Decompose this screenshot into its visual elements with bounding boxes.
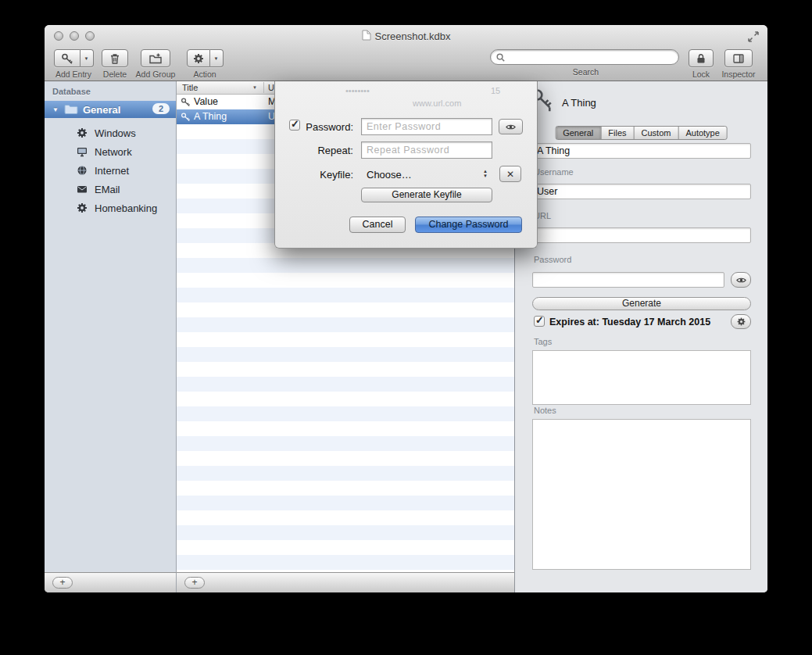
inspector-toggle-button[interactable] [724,49,753,67]
cancel-button[interactable]: Cancel [349,217,406,233]
toolbar-item-lock: Lock [685,49,717,79]
folder-icon [64,104,78,115]
expires-checkbox[interactable]: ✓ [534,316,545,327]
obscured-modified-date: 15 [491,86,500,95]
obscured-password-dots: •••••••• [345,86,370,95]
sheet-keyfile-label: Keyfile: [275,169,353,181]
add-entry-plus-button[interactable]: + [184,577,205,589]
keyfile-stepper[interactable]: ▲ ▼ [480,166,491,181]
tags-field[interactable] [532,350,751,405]
repeat-password-input[interactable] [361,141,492,159]
sidebar-item-label: Windows [95,127,136,139]
trash-icon [109,52,121,65]
envelope-icon [76,183,88,195]
search-input[interactable] [490,49,679,65]
chevron-down-icon: ▼ [84,56,89,61]
stepper-down-icon: ▼ [483,174,488,178]
toolbar-item-add-entry: ▼ Add Entry [49,49,98,79]
lock-icon [695,52,707,65]
sidebar-item-windows[interactable]: Windows [45,123,176,142]
inspector-entry-title: A Thing [562,97,596,109]
tab-custom[interactable]: Custom [634,127,678,139]
inspector-tabs: General Files Custom Autotype [555,126,728,140]
sidebar-bottom-bar: + [45,572,177,592]
entry-title: A Thing [194,111,227,122]
fullscreen-icon[interactable] [747,30,760,43]
lock-button[interactable] [689,49,714,67]
column-header-title[interactable]: Title [182,83,198,92]
key-icon [181,112,191,122]
reveal-password-button[interactable] [731,272,751,288]
clear-keyfile-button[interactable]: ✕ [499,166,521,182]
document-icon [362,30,371,43]
entry-title: Value [194,96,218,107]
toolbar-item-add-group: Add Group [132,49,179,79]
sidebar-header: Database [52,87,91,96]
inspector-panel-icon [732,52,745,65]
sidebar-item-internet[interactable]: Internet [45,161,176,180]
action-label: Action [184,70,226,79]
tab-autotype[interactable]: Autotype [678,127,726,139]
change-password-button[interactable]: Change Password [415,217,522,233]
sidebar-item-general[interactable]: ▼ General 2 [45,101,176,118]
column-divider[interactable] [263,82,264,93]
key-icon [181,97,191,107]
search-label: Search [490,67,681,77]
expires-settings-button[interactable] [731,314,751,329]
sidebar-item-email[interactable]: EMail [45,180,176,199]
monitor-icon [76,145,88,158]
entry-count-badge: 2 [152,103,170,114]
group-sidebar: Database ▼ General 2 Windows Network Int… [45,81,177,572]
globe-icon [76,164,88,177]
toolbar-item-delete: Delete [99,49,131,79]
disclosure-triangle-icon[interactable]: ▼ [52,106,59,113]
url-field[interactable] [532,227,751,243]
search-icon [495,52,506,63]
sidebar-item-label: Internet [95,165,129,177]
expires-label: Expires at: Tuesday 17 March 2015 [549,317,710,328]
new-password-input[interactable] [361,118,492,135]
delete-button[interactable] [102,49,128,67]
password-field[interactable] [532,272,724,288]
toolbar-item-search: Search [490,49,681,77]
sheet-password-label: Password: [275,121,353,133]
keyfile-popup[interactable]: Choose… [367,169,412,181]
inspector-panel: A Thing General Files Custom Autotype Us… [514,81,767,592]
add-group-button[interactable] [141,49,170,67]
action-button[interactable] [187,49,210,67]
inspector-label: Inspector [718,70,759,79]
sidebar-item-label: Network [95,146,132,158]
folder-plus-icon [148,52,163,65]
username-field[interactable] [532,184,751,199]
add-entry-button[interactable] [54,49,80,67]
action-dropdown[interactable]: ▼ [210,49,224,67]
generate-keyfile-button[interactable]: Generate Keyfile [361,188,492,202]
close-icon: ✕ [506,169,514,180]
toolbar-item-action: ▼ Action [184,49,226,79]
key-icon [61,52,73,65]
tab-general[interactable]: General [556,127,600,139]
obscured-url: www.url.com [413,98,461,108]
window-title: Screenshot.kdbx [45,30,767,43]
gear-icon [736,317,746,327]
generate-password-button[interactable]: Generate [532,297,751,310]
sidebar-item-homebanking[interactable]: Homebanking [45,199,176,217]
notes-label: Notes [534,406,556,415]
password-label: Password [534,255,571,264]
lock-label: Lock [685,70,717,79]
title-field[interactable] [532,143,751,159]
add-group-plus-button[interactable]: + [52,577,73,589]
checkmark-icon: ✓ [535,314,544,326]
sidebar-item-label: EMail [95,184,120,195]
add-entry-dropdown[interactable]: ▼ [80,49,94,67]
tab-files[interactable]: Files [600,127,633,139]
sidebar-item-network[interactable]: Network [45,142,176,161]
username-label: Username [534,167,574,177]
chevron-down-icon: ▼ [214,56,219,61]
toolbar-item-inspector: Inspector [718,49,759,79]
eye-icon [735,274,747,286]
eye-icon [505,121,517,133]
notes-field[interactable] [532,419,751,570]
show-password-button[interactable] [499,119,523,134]
group-label: General [83,104,120,116]
